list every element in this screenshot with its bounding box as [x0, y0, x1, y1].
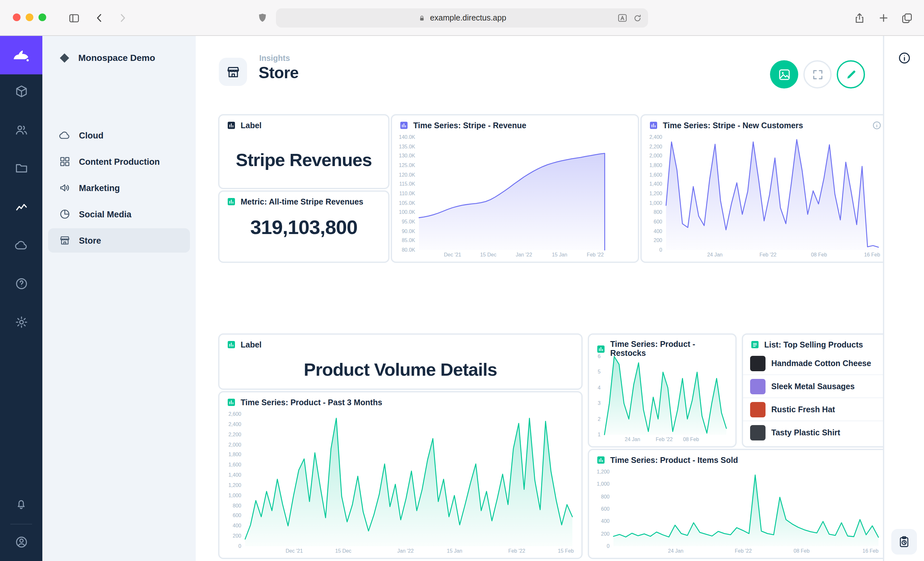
reload-icon[interactable]	[631, 12, 644, 24]
account-icon[interactable]	[0, 528, 42, 556]
edit-dashboard-button[interactable]	[837, 60, 865, 88]
info-icon[interactable]	[872, 121, 882, 133]
panel-product-items-sold-chart[interactable]: Time Series: Product - Items Sold 1,2001…	[588, 449, 889, 559]
right-sidebar	[883, 36, 924, 561]
tab-overview-icon[interactable]	[900, 11, 914, 25]
panel-product-past-3-months-chart[interactable]: Time Series: Product - Past 3 Months 2,6…	[218, 391, 583, 559]
list-item[interactable]: Tasty Plastic Shirt	[743, 420, 887, 444]
product-past-3-months-chart: 2,6002,4002,2002,0001,8001,6001,4001,200…	[222, 411, 578, 555]
sidebar-item-content-production[interactable]: Content Production	[48, 150, 190, 174]
new-customers-chart: 2,4002,2002,0001,8001,6001,4001,2001,000…	[644, 135, 884, 259]
translate-icon[interactable]	[616, 12, 629, 24]
sidebar-item-label: Store	[79, 236, 101, 245]
directus-logo[interactable]	[0, 36, 42, 74]
module-users-icon[interactable]	[0, 115, 42, 144]
module-content-icon[interactable]	[0, 77, 42, 105]
privacy-shield-icon[interactable]	[255, 11, 270, 25]
panel-stripe-new-customers-chart[interactable]: Time Series: Stripe - New Customers 2,40…	[640, 114, 889, 263]
sidebar-item-social-media[interactable]: Social Media	[48, 202, 190, 226]
label-text: Stripe Revenues	[236, 150, 372, 170]
module-bar-divider	[10, 524, 32, 524]
product-name: Rustic Fresh Hat	[771, 405, 835, 414]
module-bar	[0, 36, 42, 561]
panel-title: List: Top Selling Products	[764, 340, 863, 349]
panel-title: Time Series: Product - Items Sold	[610, 456, 738, 465]
project-icon	[58, 52, 70, 64]
list-item[interactable]: Sleek Metal Sausages	[743, 374, 887, 398]
panel-title: Label	[241, 340, 261, 349]
breadcrumb[interactable]: Insights	[259, 54, 290, 63]
product-name: Sleek Metal Sausages	[771, 382, 855, 391]
browser-toolbar: example.directus.app	[0, 0, 924, 36]
product-name: Tasty Plastic Shirt	[771, 428, 840, 437]
product-thumbnail	[750, 425, 765, 440]
sidebar-item-label: Social Media	[79, 209, 132, 219]
chart-panel-icon	[596, 455, 606, 465]
panel-title: Label	[241, 121, 261, 130]
module-files-icon[interactable]	[0, 154, 42, 182]
panel-stripe-revenue-chart[interactable]: Time Series: Stripe - Revenue 140.0K135.…	[391, 114, 639, 263]
panel-label-stripe[interactable]: Label Stripe Revenues	[218, 114, 390, 189]
sidebar-item-cloud[interactable]: Cloud	[48, 123, 190, 147]
close-window-button[interactable]	[13, 13, 21, 21]
chart-panel-icon	[226, 197, 236, 206]
activity-clipboard-icon[interactable]	[891, 529, 917, 555]
module-settings-icon[interactable]	[0, 308, 42, 336]
chart-panel-icon	[226, 398, 236, 407]
product-thumbnail	[750, 402, 765, 417]
notifications-bell-icon[interactable]	[0, 490, 42, 518]
panel-title: Time Series: Stripe - Revenue	[413, 121, 526, 130]
image-panel-button[interactable]	[770, 60, 798, 88]
back-button[interactable]	[92, 11, 106, 25]
sidebar-item-label: Content Production	[79, 157, 160, 166]
dashboard-icon-badge	[219, 58, 247, 86]
storefront-icon	[59, 235, 70, 246]
url-text: example.directus.app	[430, 13, 506, 22]
zoom-window-button[interactable]	[39, 13, 46, 21]
sidebar-item-label: Cloud	[79, 130, 104, 140]
sidebar-item-marketing[interactable]: Marketing	[48, 176, 190, 200]
module-help-icon[interactable]	[0, 269, 42, 298]
list-panel-icon	[750, 340, 760, 349]
forward-button[interactable]	[116, 11, 130, 25]
chart-panel-icon	[226, 340, 236, 349]
megaphone-icon	[59, 182, 70, 194]
lock-icon	[418, 14, 426, 22]
panel-title: Time Series: Stripe - New Customers	[663, 121, 803, 130]
grid-icon	[59, 156, 70, 168]
product-thumbnail	[750, 378, 765, 394]
sidebar-toggle-icon[interactable]	[67, 11, 81, 25]
pie-chart-icon	[59, 208, 70, 220]
share-icon[interactable]	[852, 11, 866, 25]
fullscreen-button[interactable]	[803, 60, 832, 88]
chart-panel-icon	[399, 121, 409, 130]
metric-value: 319,103,800	[219, 216, 388, 239]
panel-metric-stripe-revenues[interactable]: Metric: All-time Stripe Revenues 319,103…	[218, 190, 390, 263]
new-tab-icon[interactable]	[876, 11, 891, 25]
list-item[interactable]: Rustic Fresh Hat	[743, 398, 887, 420]
module-cloud-icon[interactable]	[0, 231, 42, 259]
page-title: Store	[259, 63, 299, 82]
chart-panel-icon	[649, 121, 658, 130]
project-header[interactable]: Monospace Demo	[42, 36, 196, 79]
panel-label-product[interactable]: Label Product Volume Details	[218, 334, 583, 390]
panel-title: Time Series: Product - Past 3 Months	[241, 398, 382, 407]
chart-panel-icon	[226, 121, 236, 130]
minimize-window-button[interactable]	[26, 13, 33, 21]
panel-top-selling-products[interactable]: List: Top Selling Products Handmade Cott…	[742, 334, 889, 447]
product-restocks-chart: 65432124 JanFeb '2208 Feb	[592, 354, 732, 444]
chart-panel-icon	[596, 344, 606, 354]
panel-title: Metric: All-time Stripe Revenues	[241, 197, 363, 206]
project-name: Monospace Demo	[78, 52, 155, 63]
sidebar-item-store[interactable]: Store	[48, 228, 190, 253]
info-icon[interactable]	[898, 51, 911, 67]
module-insights-icon[interactable]	[0, 192, 42, 221]
list-item[interactable]: Handmade Cotton Cheese	[743, 352, 887, 374]
panel-product-restocks-chart[interactable]: Time Series: Product - Restocks 65432124…	[588, 334, 736, 447]
product-name: Handmade Cotton Cheese	[771, 359, 871, 368]
cloud-icon	[59, 130, 70, 141]
product-items-sold-chart: 1,2001,000800600400200024 JanFeb '2208 F…	[592, 469, 884, 555]
product-thumbnail	[750, 356, 765, 371]
stripe-revenue-chart: 140.0K135.0K130.0K125.0K120.0K115.0K110.…	[394, 135, 634, 259]
address-bar[interactable]: example.directus.app	[276, 8, 648, 28]
